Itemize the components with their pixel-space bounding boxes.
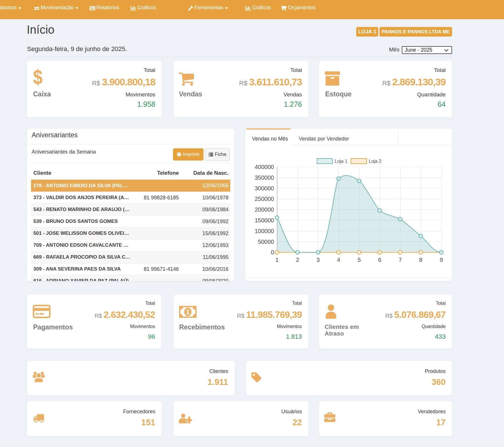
svg-text:Loja 1: Loja 1 — [335, 159, 348, 164]
svg-text:9: 9 — [440, 257, 443, 263]
svg-text:5: 5 — [357, 257, 361, 263]
svg-text:8: 8 — [419, 257, 422, 263]
svg-text:100000: 100000 — [255, 228, 274, 234]
svg-text:300000: 300000 — [255, 185, 274, 192]
svg-text:350000: 350000 — [255, 174, 274, 181]
svg-text:7: 7 — [399, 257, 402, 263]
svg-text:1: 1 — [275, 257, 278, 263]
svg-text:150000: 150000 — [255, 217, 274, 224]
svg-text:200000: 200000 — [255, 206, 274, 213]
svg-text:4: 4 — [337, 257, 340, 263]
svg-text:6: 6 — [378, 257, 381, 263]
svg-text:3: 3 — [316, 257, 320, 263]
svg-text:50000: 50000 — [258, 239, 274, 245]
svg-text:400000: 400000 — [255, 164, 274, 170]
svg-text:Loja 2: Loja 2 — [369, 159, 381, 164]
svg-text:2: 2 — [296, 257, 299, 263]
svg-text:0: 0 — [271, 249, 274, 255]
svg-text:1: 1 — [186, 308, 190, 316]
svg-text:250000: 250000 — [255, 196, 274, 202]
